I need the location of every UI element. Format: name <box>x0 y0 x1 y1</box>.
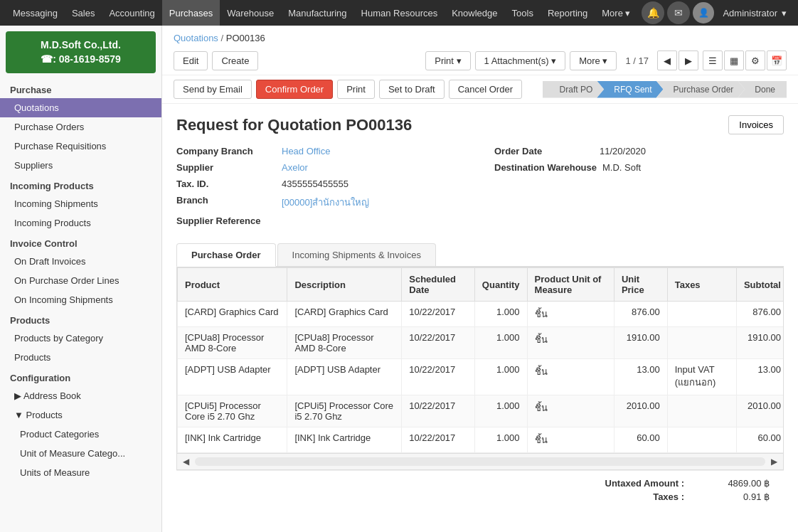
nav-reporting[interactable]: Reporting <box>541 0 595 26</box>
cell-subtotal: 2010.00 <box>736 395 784 427</box>
confirm-order-button[interactable]: Confirm Order <box>256 80 333 99</box>
sidebar-item-address-book[interactable]: ▶ Address Book <box>0 386 161 405</box>
destination-warehouse-label: Destination Warehouse <box>494 162 597 173</box>
col-taxes: Taxes <box>667 268 736 302</box>
sidebar-item-incoming-shipments[interactable]: Incoming Shipments <box>0 194 161 213</box>
cell-product: [CPUi5] Processor Core i5 2.70 Ghz <box>178 395 287 427</box>
company-logo: M.D.Soft Co.,Ltd. ☎: 08-1619-8579 <box>6 31 156 73</box>
supplier-ref-label: Supplier Reference <box>176 216 276 226</box>
nav-manufacturing[interactable]: Manufacturing <box>281 0 353 26</box>
sidebar-item-products-config[interactable]: ▼ Products <box>0 405 161 425</box>
company-branch-value[interactable]: Head Office <box>282 146 330 156</box>
nav-tools[interactable]: Tools <box>505 0 541 26</box>
invoices-button[interactable]: Invoices <box>728 115 784 134</box>
purchase-order-table-wrap: Product Description Scheduled Date Quant… <box>176 267 784 454</box>
set-to-draft-button[interactable]: Set to Draft <box>379 80 445 99</box>
table-row: [ADPT] USB Adapter [ADPT] USB Adapter 10… <box>178 359 784 395</box>
order-date-row: Order Date 11/20/2020 <box>494 146 784 156</box>
status-flow: Draft PO RFQ Sent Purchase Order Done <box>543 81 787 98</box>
nav-human-resources[interactable]: Human Resources <box>354 0 445 26</box>
more-button[interactable]: More ▾ <box>570 51 617 70</box>
nav-sales[interactable]: Sales <box>65 0 102 26</box>
status-done[interactable]: Done <box>738 81 787 98</box>
notification-icon[interactable]: 🔔 <box>642 1 664 24</box>
list-view-button[interactable]: ☰ <box>703 50 723 70</box>
settings-view-button[interactable]: ⚙ <box>745 50 765 70</box>
cell-unit-price: 60.00 <box>614 427 667 453</box>
company-branch-row: Company Branch Head Office <box>176 146 466 156</box>
sidebar-item-products-by-category[interactable]: Products by Category <box>0 329 161 348</box>
sidebar-item-suppliers[interactable]: Suppliers <box>0 156 161 175</box>
branch-value[interactable]: [00000]สำนักงานใหญ่ <box>282 195 369 210</box>
nav-warehouse[interactable]: Warehouse <box>220 0 281 26</box>
calendar-view-button[interactable]: 📅 <box>767 50 787 70</box>
scroll-track[interactable] <box>195 457 765 466</box>
cell-quantity: 1.000 <box>474 395 527 427</box>
cell-scheduled-date: 10/22/2017 <box>402 395 475 427</box>
document-fields: Company Branch Head Office Supplier Axel… <box>176 146 784 232</box>
untaxed-amount-label: Untaxed Amount : <box>570 478 684 489</box>
send-email-button[interactable]: Send by Email <box>174 80 252 99</box>
table-row: [CPUa8] Processor AMD 8-Core [CPUa8] Pro… <box>178 327 784 359</box>
tab-purchase-order[interactable]: Purchase Order <box>176 243 276 267</box>
sidebar-item-on-purchase-order-lines[interactable]: On Purchase Order Lines <box>0 271 161 290</box>
supplier-row: Supplier Axelor <box>176 162 466 173</box>
sidebar-item-on-incoming-shipments[interactable]: On Incoming Shipments <box>0 290 161 309</box>
status-rfq-sent[interactable]: RFQ Sent <box>597 81 663 98</box>
sidebar-item-units-of-measure[interactable]: Units of Measure <box>0 463 161 482</box>
sidebar-item-incoming-products[interactable]: Incoming Products <box>0 213 161 233</box>
sidebar-item-on-draft-invoices[interactable]: On Draft Invoices <box>0 252 161 271</box>
cell-product: [CARD] Graphics Card <box>178 302 287 327</box>
scroll-left-icon[interactable]: ◀ <box>177 457 195 467</box>
branch-row: Branch [00000]สำนักงานใหญ่ <box>176 195 466 210</box>
nav-messaging[interactable]: Messaging <box>6 0 65 26</box>
col-product: Product <box>178 268 287 302</box>
kanban-view-button[interactable]: ▦ <box>724 50 744 70</box>
email-icon[interactable]: ✉ <box>667 1 690 24</box>
scroll-right-icon[interactable]: ▶ <box>765 457 783 467</box>
breadcrumb-parent[interactable]: Quotations <box>174 33 218 43</box>
destination-warehouse-value: M.D. Soft <box>602 162 641 173</box>
attachments-button[interactable]: 1 Attachment(s) ▾ <box>475 51 566 70</box>
cancel-order-button[interactable]: Cancel Order <box>449 80 522 99</box>
col-unit-price: Unit Price <box>614 268 667 302</box>
supplier-ref-row: Supplier Reference <box>176 216 466 226</box>
avatar[interactable]: 👤 <box>693 2 714 23</box>
prev-page-button[interactable]: ◀ <box>657 50 677 70</box>
tab-incoming-shipments-invoices[interactable]: Incoming Shipments & Invoices <box>277 243 436 266</box>
table-scrollbar[interactable]: ◀ ▶ <box>176 454 784 470</box>
sidebar-item-purchase-orders[interactable]: Purchase Orders <box>0 117 161 137</box>
print2-button[interactable]: Print <box>337 80 375 99</box>
nav-accounting[interactable]: Accounting <box>102 0 161 26</box>
sidebar-item-purchase-requisitions[interactable]: Purchase Requisitions <box>0 137 161 156</box>
action-bar: Edit Create Print ▾ 1 Attachment(s) ▾ Mo… <box>162 46 798 75</box>
document-title-row: Request for Quotation PO00136 Invoices <box>176 115 784 134</box>
cell-subtotal: 876.00 <box>736 302 784 327</box>
order-date-label: Order Date <box>494 146 594 156</box>
cell-scheduled-date: 10/22/2017 <box>402 359 475 395</box>
cell-scheduled-date: 10/22/2017 <box>402 327 475 359</box>
top-navigation: Messaging Sales Accounting Purchases War… <box>0 0 798 26</box>
nav-knowledge[interactable]: Knowledge <box>445 0 504 26</box>
cell-product: [ADPT] USB Adapter <box>178 359 287 395</box>
sidebar-item-products[interactable]: Products <box>0 348 161 367</box>
cell-description: [ADPT] USB Adapter <box>287 359 402 395</box>
supplier-value[interactable]: Axelor <box>282 162 308 173</box>
cell-description: [INK] Ink Cartridge <box>287 427 402 453</box>
untaxed-amount-value: 4869.00 ฿ <box>698 478 770 489</box>
print-button[interactable]: Print ▾ <box>425 51 470 70</box>
sidebar-item-uom-category[interactable]: Unit of Measure Catego... <box>0 444 161 463</box>
edit-button[interactable]: Edit <box>174 51 208 70</box>
cell-scheduled-date: 10/22/2017 <box>402 427 475 453</box>
sidebar-item-quotations[interactable]: Quotations <box>0 98 161 117</box>
nav-purchases[interactable]: Purchases <box>162 0 220 26</box>
create-button[interactable]: Create <box>212 51 258 70</box>
main-layout: M.D.Soft Co.,Ltd. ☎: 08-1619-8579 Purcha… <box>0 26 798 532</box>
nav-more[interactable]: More ▾ <box>595 0 637 26</box>
admin-menu[interactable]: Administrator ▾ <box>717 8 792 18</box>
content-area: Quotations / PO00136 Edit Create Print ▾… <box>162 26 798 532</box>
status-draft-po[interactable]: Draft PO <box>543 81 605 98</box>
status-purchase-order[interactable]: Purchase Order <box>656 81 745 98</box>
sidebar-item-product-categories[interactable]: Product Categories <box>0 425 161 444</box>
next-page-button[interactable]: ▶ <box>679 50 698 70</box>
